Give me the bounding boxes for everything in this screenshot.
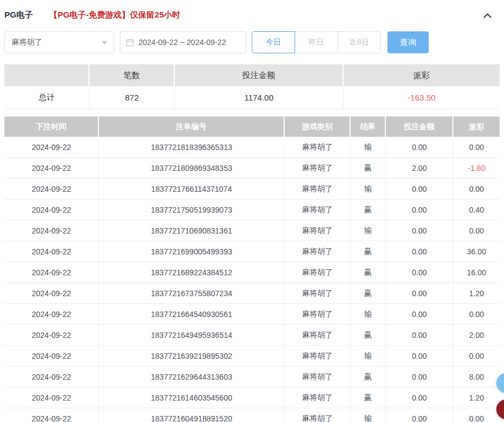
summary-count-value: 872 <box>90 86 175 109</box>
cell-bet-amount: 0.00 <box>386 283 453 303</box>
table-row: 2024-09-22 1837721689224384512 麻将胡了 赢 0.… <box>4 262 500 283</box>
cell-result: 输 <box>351 179 386 199</box>
cell-result: 赢 <box>351 262 386 282</box>
date-range-value: 2024-09-22 ~ 2024-09-22 <box>139 38 226 47</box>
date-range-input[interactable]: 2024-09-22 ~ 2024-09-22 <box>120 31 246 53</box>
cell-order-no: 1837721699005499393 <box>99 241 285 262</box>
cell-bet-amount: 0.00 <box>386 179 453 199</box>
cell-result: 赢 <box>351 158 386 178</box>
cell-bet-time: 2024-09-22 <box>4 367 99 387</box>
summary-payout-value: -163.50 <box>344 86 500 109</box>
col-header-game-type: 游戏类别 <box>285 116 351 137</box>
cell-bet-amount: 0.00 <box>386 325 453 345</box>
cell-result: 赢 <box>351 325 386 345</box>
table-row: 2024-09-22 1837721639219895302 麻将胡了 输 0.… <box>4 346 500 367</box>
cell-order-no: 1837721604918891520 <box>99 408 285 422</box>
game-select-value: 麻将胡了 <box>12 37 42 47</box>
cell-game-type: 麻将胡了 <box>285 304 351 324</box>
cell-bet-amount: 0.00 <box>386 137 453 157</box>
cell-bet-amount: 0.00 <box>386 387 453 408</box>
collapse-button[interactable] <box>481 9 494 22</box>
cell-bet-amount: 0.00 <box>386 346 453 366</box>
cell-payout: 36.00 <box>453 241 500 262</box>
cell-result: 输 <box>351 304 386 324</box>
caret-down-icon <box>102 41 107 45</box>
summary-header-blank <box>4 64 90 86</box>
cell-game-type: 麻将胡了 <box>285 241 351 262</box>
cell-result: 输 <box>351 220 386 241</box>
filter-bar: 麻将胡了 2024-09-22 ~ 2024-09-22 今日 昨日 近8日 查… <box>4 31 504 53</box>
table-row: 2024-09-22 1837721818396365313 麻将胡了 输 0.… <box>4 137 500 158</box>
cell-payout: 2.00 <box>453 325 500 345</box>
bet-table: 下注时间 注单编号 游戏类别 结果 投注金额 派彩 2024-09-22 183… <box>4 116 500 422</box>
cell-payout: 0.40 <box>453 199 500 220</box>
cell-payout: -1.80 <box>453 158 500 178</box>
cell-bet-amount: 0.00 <box>386 367 453 387</box>
summary-bet-amount-value: 1174.00 <box>175 86 344 109</box>
cell-order-no: 1837721710690831361 <box>99 220 285 241</box>
cell-game-type: 麻将胡了 <box>285 367 351 387</box>
cell-order-no: 1837721766114371074 <box>99 179 285 199</box>
panel-header: PG电子 【PG电子-免费游戏】仅保留25小时 <box>0 0 504 20</box>
cell-order-no: 1837721750519939073 <box>99 199 285 220</box>
table-row: 2024-09-22 1837721629644313603 麻将胡了 赢 0.… <box>4 367 500 387</box>
cell-payout: 16.00 <box>453 262 500 282</box>
col-header-bet-amount: 投注金额 <box>386 116 453 137</box>
table-row: 2024-09-22 1837721766114371074 麻将胡了 输 0.… <box>4 179 500 199</box>
cell-bet-amount: 0.00 <box>386 220 453 241</box>
cell-result: 赢 <box>351 199 386 220</box>
cell-payout: 0.00 <box>453 304 500 324</box>
query-button[interactable]: 查询 <box>387 31 429 53</box>
cell-game-type: 麻将胡了 <box>285 408 351 422</box>
cell-order-no: 1837721818396365313 <box>99 137 285 157</box>
summary-header-payout: 派彩 <box>344 64 500 86</box>
cell-game-type: 麻将胡了 <box>285 199 351 220</box>
cell-bet-time: 2024-09-22 <box>4 158 99 178</box>
cell-result: 赢 <box>351 367 386 387</box>
cell-game-type: 麻将胡了 <box>285 325 351 345</box>
table-row: 2024-09-22 1837721649495936514 麻将胡了 赢 0.… <box>4 325 500 346</box>
quick-filter-group: 今日 昨日 近8日 <box>252 31 381 53</box>
bet-table-body: 2024-09-22 1837721818396365313 麻将胡了 输 0.… <box>4 137 500 422</box>
table-row: 2024-09-22 1837721750519939073 麻将胡了 赢 0.… <box>4 199 500 220</box>
cell-bet-amount: 0.00 <box>386 262 453 282</box>
cell-order-no: 1837721673755807234 <box>99 283 285 303</box>
cell-result: 输 <box>351 408 386 422</box>
cell-bet-time: 2024-09-22 <box>4 283 99 303</box>
cell-order-no: 1837721639219895302 <box>99 346 285 366</box>
cell-payout: 0.00 <box>453 179 500 199</box>
panel-title: PG电子 <box>4 10 33 20</box>
cell-payout: 0.00 <box>453 346 500 366</box>
cell-bet-amount: 0.00 <box>386 304 453 324</box>
cell-order-no: 1837721689224384512 <box>99 262 285 282</box>
cell-order-no: 1837721664540930561 <box>99 304 285 324</box>
table-row: 2024-09-22 1837721604918891520 麻将胡了 输 0.… <box>4 408 500 422</box>
cell-payout: 1.20 <box>453 283 500 303</box>
cell-payout: 0.00 <box>453 220 500 241</box>
summary-table: 笔数 投注金额 派彩 总计 872 1174.00 -163.50 <box>4 64 500 109</box>
col-header-order-no: 注单编号 <box>99 116 285 137</box>
summary-header-bet-amount: 投注金额 <box>175 64 344 86</box>
quick-filter-today[interactable]: 今日 <box>252 31 295 53</box>
cell-bet-amount: 0.00 <box>386 199 453 220</box>
cell-payout: 8.00 <box>453 367 500 387</box>
chevron-up-icon <box>483 12 492 19</box>
game-select[interactable]: 麻将胡了 <box>4 31 114 53</box>
cell-game-type: 麻将胡了 <box>285 387 351 408</box>
quick-filter-yesterday[interactable]: 昨日 <box>295 31 338 53</box>
table-row: 2024-09-22 1837721673755807234 麻将胡了 赢 0.… <box>4 283 500 304</box>
col-header-result: 结果 <box>351 116 386 137</box>
cell-result: 输 <box>351 346 386 366</box>
quick-filter-last8days[interactable]: 近8日 <box>337 31 381 53</box>
cell-result: 赢 <box>351 387 386 408</box>
col-header-payout: 派彩 <box>453 116 500 137</box>
panel-notice: 【PG电子-免费游戏】仅保留25小时 <box>49 10 180 20</box>
cell-result: 输 <box>351 137 386 157</box>
cell-game-type: 麻将胡了 <box>285 220 351 241</box>
cell-game-type: 麻将胡了 <box>285 346 351 366</box>
cell-payout: 1.20 <box>453 387 500 408</box>
table-row: 2024-09-22 1837721809869348353 麻将胡了 赢 2.… <box>4 158 500 179</box>
cell-game-type: 麻将胡了 <box>285 262 351 282</box>
col-header-bet-time: 下注时间 <box>4 116 99 137</box>
cell-game-type: 麻将胡了 <box>285 137 351 157</box>
